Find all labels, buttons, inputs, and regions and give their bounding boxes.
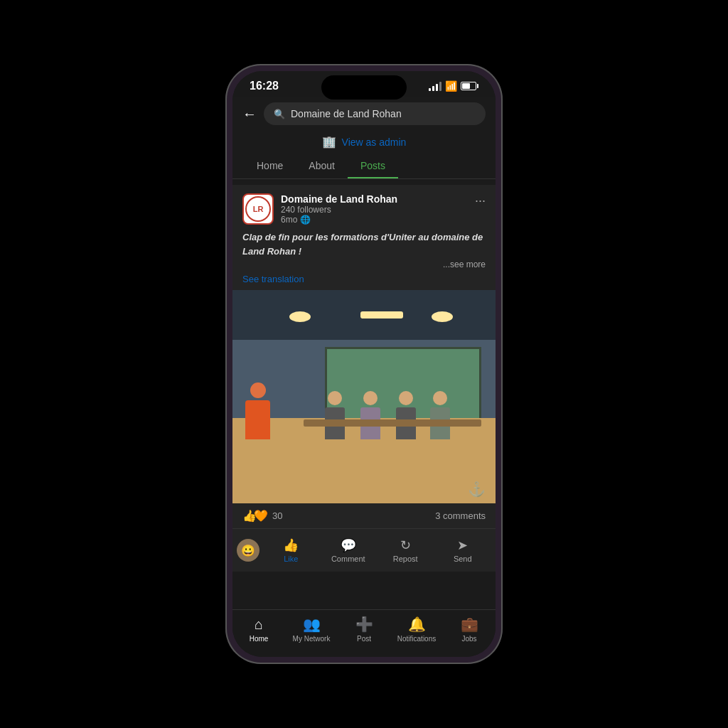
see-more-button[interactable]: ...see more [242,259,486,269]
network-label: My Network [293,635,331,643]
globe-icon: 🌐 [300,215,311,225]
home-label: Home [250,635,269,643]
comments-count: 3 comments [435,510,486,521]
see-translation-button[interactable]: See translation [242,274,486,284]
notifications-label: Notifications [397,635,436,643]
like-icon: 👍 [283,537,299,553]
comment-button[interactable]: 💬 Comment [320,535,378,566]
status-icons: 📶 [429,80,478,92]
post-card: LR Domaine de Land Rohan 240 followers 6… [232,185,496,572]
nav-home[interactable]: ⌂ Home [232,616,285,643]
light-fixture-2 [360,311,403,318]
company-name[interactable]: Domaine de Land Rohan [281,193,468,205]
send-label: Send [454,555,472,563]
send-icon: ➤ [457,537,468,553]
followers-count: 240 followers [281,205,468,215]
action-bar: 😀 👍 Like 💬 Comment ↻ Repost [232,528,496,572]
post-time: 6mo 🌐 [281,215,468,225]
post-icon: ➕ [355,616,373,633]
repost-icon: ↻ [400,537,411,553]
app-content: ← 🔍 Domaine de Land Rohan 🏢 View as admi… [232,97,496,657]
post-header: LR Domaine de Land Rohan 240 followers 6… [232,185,496,230]
post-label: Post [357,635,371,643]
tab-about[interactable]: About [296,153,348,178]
network-icon: 👥 [303,616,321,633]
tab-home[interactable]: Home [244,153,296,178]
reaction-icons: 👍 🧡 [242,509,268,523]
dynamic-island [321,75,407,100]
battery-icon [461,82,478,90]
admin-banner[interactable]: 🏢 View as admin [232,131,496,153]
user-avatar: 😀 [237,539,259,562]
status-time: 16:28 [250,80,279,92]
phone-frame: 16:28 📶 ← [225,64,503,664]
feed: LR Domaine de Land Rohan 240 followers 6… [232,179,496,609]
search-icon: 🔍 [274,109,285,119]
light-fixture-1 [289,311,311,322]
repost-button[interactable]: ↻ Repost [377,535,434,566]
repost-label: Repost [393,555,418,563]
phone-screen: 16:28 📶 ← [232,71,496,657]
tab-posts[interactable]: Posts [348,153,398,178]
nav-my-network[interactable]: 👥 My Network [285,616,338,643]
nav-post[interactable]: ➕ Post [338,616,390,643]
admin-grid-icon: 🏢 [322,135,336,149]
reactions-left: 👍 🧡 30 [242,509,282,523]
admin-text: View as admin [342,136,407,148]
post-body: Clap de fin pour les formations d'Uniter… [232,230,496,290]
reaction-count: 30 [272,510,282,521]
more-options-button[interactable]: ··· [475,193,486,208]
back-button[interactable]: ← [242,106,257,122]
home-icon: ⌂ [255,616,263,633]
jobs-icon: 💼 [461,616,478,633]
post-image: ⚓ [232,290,496,503]
nav-notifications[interactable]: 🔔 Notifications [390,616,443,643]
like-label: Like [284,555,298,563]
nav-jobs[interactable]: 💼 Jobs [443,616,496,643]
wifi-icon: 📶 [445,80,457,92]
light-fixture-3 [432,311,453,322]
search-query: Domaine de Land Rohan [291,108,402,119]
company-avatar: LR [242,193,274,225]
comment-icon: 💬 [341,537,356,553]
jobs-label: Jobs [461,635,476,643]
signal-icon [429,82,441,91]
tabs-bar: Home About Posts [232,153,496,179]
post-meta: Domaine de Land Rohan 240 followers 6mo … [281,193,468,225]
send-button[interactable]: ➤ Send [434,535,492,566]
like-button[interactable]: 👍 Like [262,535,320,566]
comment-label: Comment [331,555,365,563]
bottom-nav: ⌂ Home 👥 My Network ➕ Post 🔔 Notificatio… [232,609,496,657]
notifications-icon: 🔔 [408,616,426,633]
search-bar[interactable]: 🔍 Domaine de Land Rohan [264,102,486,125]
search-area: ← 🔍 Domaine de Land Rohan [232,97,496,131]
reactions-row: 👍 🧡 30 3 comments [232,503,496,528]
company-logo: LR [245,196,271,222]
meeting-room-scene: ⚓ [232,290,496,503]
post-text: Clap de fin pour les formations d'Uniter… [242,230,486,258]
